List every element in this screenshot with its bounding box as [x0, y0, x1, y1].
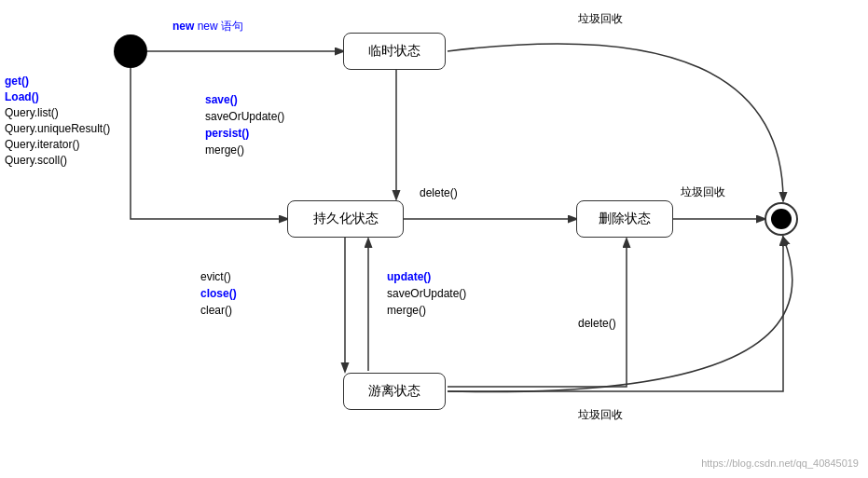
garbage-collect-right: 垃圾回收	[681, 184, 725, 200]
temp-state-box: 临时状态	[343, 33, 446, 70]
detach-state-label: 游离状态	[368, 383, 420, 400]
saveOrUpdate2-label: saveOrUpdate()	[387, 287, 466, 300]
queryiterator-label: Query.iterator()	[5, 138, 79, 151]
persist-label: persist()	[205, 127, 249, 140]
end-state-outer	[765, 202, 798, 236]
merge1-label: merge()	[205, 143, 244, 157]
delete-state-label: 删除状态	[599, 211, 651, 227]
clear-label: clear()	[200, 304, 232, 317]
garbage-collect-bottom: 垃圾回收	[578, 407, 623, 423]
saveOrUpdate1-label: saveOrUpdate()	[205, 110, 284, 123]
get-label: get()	[5, 75, 29, 88]
temp-state-label: 临时状态	[368, 43, 420, 60]
save-label: save()	[205, 93, 238, 106]
persist-state-label: 持久化状态	[313, 211, 379, 227]
new-sentence-label: new new 语句	[172, 19, 243, 34]
queryunique-label: Query.uniqueResult()	[5, 122, 110, 135]
detach-state-box: 游离状态	[343, 373, 446, 410]
initial-state-circle	[114, 34, 147, 68]
close-label: close()	[200, 287, 237, 300]
garbage-collect-top: 垃圾回收	[578, 11, 623, 27]
evict-label: evict()	[200, 270, 231, 283]
watermark: https://blog.csdn.net/qq_40845019	[701, 458, 859, 469]
persist-state-box: 持久化状态	[287, 200, 404, 238]
diagram: 临时状态 持久化状态 删除状态 游离状态 get() Load() Query.…	[0, 0, 868, 478]
queryscoll-label: Query.scoll()	[5, 154, 67, 167]
querylist-label: Query.list()	[5, 106, 59, 119]
delete2-label: delete()	[578, 317, 616, 330]
load-label: Load()	[5, 90, 39, 103]
delete1-label: delete()	[420, 186, 458, 199]
end-state-inner	[771, 209, 792, 229]
update-label: update()	[387, 270, 431, 283]
delete-state-box: 删除状态	[576, 200, 673, 238]
merge2-label: merge()	[387, 304, 426, 317]
